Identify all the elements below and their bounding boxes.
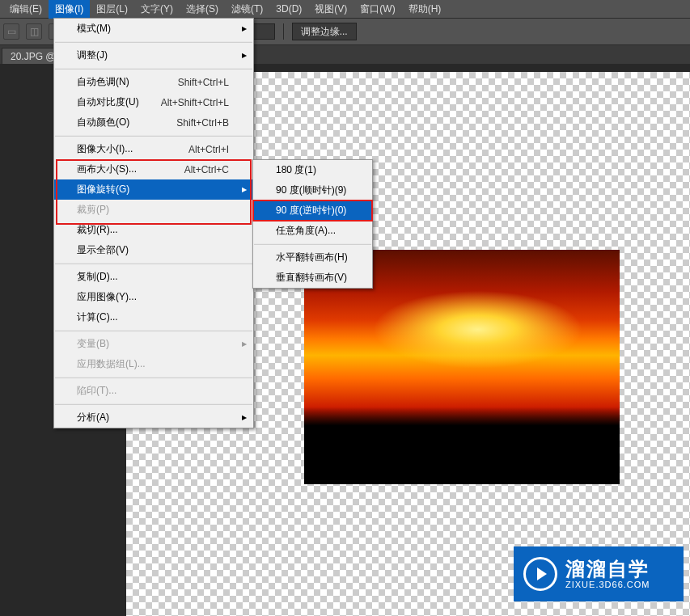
watermark-play-icon — [523, 557, 557, 591]
menu-item-label: 复制(D)... — [77, 270, 229, 284]
watermark-url: ZIXUE.3D66.COM — [565, 580, 650, 589]
image-rotation-submenu: 180 度(1)90 度(顺时针)(9)90 度(逆时针)(0)任意角度(A).… — [252, 159, 373, 289]
menu-item-label: 画布大小(S)... — [77, 162, 165, 176]
menu-separator — [55, 263, 252, 264]
menu-滤镜t[interactable]: 滤镜(T) — [225, 0, 269, 19]
menu-item-label: 自动颜色(O) — [77, 116, 157, 129]
menu-item-label: 显示全部(V) — [77, 243, 229, 257]
image-menu-item[interactable]: 图像大小(I)...Alt+Ctrl+I — [54, 139, 253, 159]
menu-帮助h[interactable]: 帮助(H) — [402, 0, 448, 19]
menu-文字y[interactable]: 文字(Y) — [134, 0, 180, 19]
menu-separator — [55, 403, 252, 405]
menu-separator — [55, 377, 252, 378]
separator — [283, 23, 284, 40]
menu-item-label: 90 度(逆时针)(0) — [276, 204, 348, 217]
refine-edge-button[interactable]: 调整边缘... — [292, 23, 357, 40]
menu-item-label: 任意角度(A)... — [276, 224, 348, 238]
menu-item-label: 变量(B) — [77, 337, 229, 351]
menu-separator — [55, 135, 252, 137]
menu-item-label: 陷印(T)... — [77, 384, 229, 398]
image-menu-dropdown: 模式(M)调整(J)自动色调(N)Shift+Ctrl+L自动对比度(U)Alt… — [53, 18, 254, 428]
image-menu-item: 应用数据组(L)... — [54, 354, 253, 374]
menu-item-shortcut: Shift+Ctrl+L — [159, 77, 229, 88]
menu-图层l[interactable]: 图层(L) — [90, 0, 134, 19]
watermark: 溜溜自学 ZIXUE.3D66.COM — [514, 546, 684, 601]
menu-编辑e[interactable]: 编辑(E) — [3, 0, 49, 19]
image-menu-item: 陷印(T)... — [54, 381, 253, 401]
menu-item-label: 裁剪(P) — [77, 203, 229, 217]
menu-item-label: 自动对比度(U) — [77, 95, 142, 109]
image-menu-item[interactable]: 图像旋转(G) — [54, 179, 253, 200]
menu-item-label: 自动色调(N) — [77, 75, 159, 89]
rotate-menu-item[interactable]: 水平翻转画布(H) — [253, 247, 372, 268]
menu-item-label: 计算(C)... — [77, 310, 229, 324]
rotate-menu-item[interactable]: 90 度(顺时针)(9) — [253, 180, 372, 200]
menu-图像i[interactable]: 图像(I) — [49, 0, 90, 19]
image-menu-item[interactable]: 分析(A) — [54, 407, 253, 428]
menu-separator — [55, 41, 252, 43]
menu-选择s[interactable]: 选择(S) — [180, 0, 225, 19]
menu-item-label: 180 度(1) — [276, 163, 348, 177]
image-menu-item: 裁剪(P) — [54, 200, 253, 220]
menu-item-label: 水平翻转画布(H) — [276, 251, 348, 264]
image-menu-item[interactable]: 调整(J) — [54, 45, 253, 65]
menu-item-label: 图像大小(I)... — [77, 142, 169, 156]
rotate-menu-item[interactable]: 90 度(逆时针)(0) — [253, 200, 372, 221]
rotate-menu-item[interactable]: 180 度(1) — [253, 160, 372, 180]
watermark-title: 溜溜自学 — [565, 559, 650, 580]
menu-item-label: 模式(M) — [77, 22, 229, 36]
menu-item-shortcut: Alt+Shift+Ctrl+L — [142, 97, 229, 108]
rotate-menu-item[interactable]: 任意角度(A)... — [253, 221, 372, 241]
rotate-menu-item[interactable]: 垂直翻转画布(V) — [253, 268, 372, 288]
image-menu-item[interactable]: 裁切(R)... — [54, 220, 253, 240]
menu-item-shortcut: Alt+Ctrl+C — [165, 164, 229, 175]
image-menu-item: 变量(B) — [54, 334, 253, 354]
rect-select-icon[interactable]: ▭ — [3, 23, 19, 40]
menu-item-label: 应用数据组(L)... — [77, 357, 229, 371]
image-menu-item[interactable]: 自动颜色(O)Shift+Ctrl+B — [54, 112, 253, 133]
image-menu-item[interactable]: 自动对比度(U)Alt+Shift+Ctrl+L — [54, 92, 253, 112]
menu-separator — [254, 243, 371, 245]
image-menu-item[interactable]: 显示全部(V) — [54, 240, 253, 260]
image-menu-item[interactable]: 复制(D)... — [54, 267, 253, 287]
menu-item-label: 调整(J) — [77, 49, 229, 62]
image-menu-item[interactable]: 画布大小(S)...Alt+Ctrl+C — [54, 159, 253, 179]
menu-item-label: 垂直翻转画布(V) — [276, 271, 348, 285]
menu-separator — [55, 68, 252, 70]
menu-item-label: 裁切(R)... — [77, 223, 229, 237]
lasso-select-icon[interactable]: ◫ — [26, 23, 42, 40]
menu-窗口w[interactable]: 窗口(W) — [353, 0, 401, 19]
menu-item-label: 图像旋转(G) — [77, 183, 229, 196]
watermark-text: 溜溜自学 ZIXUE.3D66.COM — [565, 559, 650, 589]
menu-item-label: 应用图像(Y)... — [77, 290, 229, 304]
image-menu-item[interactable]: 应用图像(Y)... — [54, 287, 253, 307]
image-menu-item[interactable]: 模式(M) — [54, 19, 253, 39]
image-menu-item[interactable]: 计算(C)... — [54, 307, 253, 327]
menubar: 编辑(E)图像(I)图层(L)文字(Y)选择(S)滤镜(T)3D(D)视图(V)… — [0, 0, 690, 18]
image-menu-item[interactable]: 自动色调(N)Shift+Ctrl+L — [54, 72, 253, 92]
menu-item-label: 90 度(顺时针)(9) — [276, 184, 348, 197]
menu-3dd[interactable]: 3D(D) — [269, 1, 308, 17]
menu-item-shortcut: Shift+Ctrl+B — [157, 117, 229, 129]
menu-separator — [55, 330, 252, 331]
menu-item-shortcut: Alt+Ctrl+I — [169, 144, 229, 155]
menu-视图v[interactable]: 视图(V) — [308, 0, 353, 19]
menu-item-label: 分析(A) — [77, 411, 229, 424]
